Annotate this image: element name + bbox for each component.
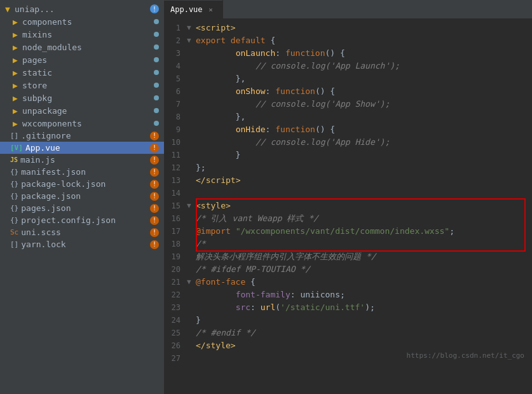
badge-orange: ! <box>150 228 159 237</box>
token-str: "/wxcomponents/vant/dist/common/index.wx… <box>236 226 450 236</box>
token-plain <box>196 137 256 147</box>
line-content: }, <box>196 72 532 85</box>
line-content: } <box>196 314 532 327</box>
token-plain: () { <box>315 86 335 96</box>
sidebar-label: .gitignore <box>21 131 150 140</box>
token-at-rule: @font-face <box>196 277 245 287</box>
sidebar-item-unpackage[interactable]: ▶unpackage <box>0 104 164 117</box>
code-line-6: 6 onShow: function() { <box>164 85 532 98</box>
sidebar-item-mixins[interactable]: ▶mixins <box>0 28 164 41</box>
line-content: onShow: function() { <box>196 85 532 98</box>
token-plain <box>196 125 236 134</box>
code-line-4: 4 // console.log('App Launch'); <box>164 60 532 72</box>
folder-icon: ▶ <box>10 55 20 65</box>
sidebar-item-wxcomponents[interactable]: ▶wxcomponents <box>0 117 164 130</box>
code-line-14: 14 <box>164 187 532 200</box>
line-number: 2 <box>164 34 187 47</box>
file-icon: [] <box>10 240 18 248</box>
sidebar-item-node_modules[interactable]: ▶node_modules <box>0 41 164 53</box>
token-plain: }; <box>196 163 206 172</box>
line-number: 22 <box>164 289 187 301</box>
token-comment: /* <box>196 239 206 248</box>
folder-icon: ▶ <box>10 42 20 52</box>
code-line-8: 8 }, <box>164 111 532 123</box>
file-icon: [] <box>10 132 18 140</box>
badge-orange: ! <box>150 156 159 165</box>
json-file-icon: {} <box>10 204 18 212</box>
sidebar-item-store[interactable]: ▶store <box>0 79 164 92</box>
sidebar-item-subpkg[interactable]: ▶subpkg <box>0 92 164 104</box>
token-kw-tag: style <box>206 341 231 350</box>
sidebar-item-main_js[interactable]: JSmain.js! <box>0 154 164 166</box>
tab-app_vue[interactable]: App.vue× <box>164 1 223 18</box>
folder-icon: ▶ <box>10 118 20 128</box>
folder-icon: ▼ <box>3 4 13 14</box>
token-comment: // console.log('App Hide'); <box>256 137 390 147</box>
folder-icon: ▶ <box>10 80 20 90</box>
sidebar-item-components[interactable]: ▶components <box>0 15 164 28</box>
line-number: 25 <box>164 327 187 339</box>
folder-icon: ▶ <box>10 93 20 103</box>
token-fn: onHide <box>236 125 266 134</box>
code-line-17: 17 @import "/wxcomponents/vant/dist/comm… <box>164 225 532 238</box>
fold-icon[interactable]: ▼ <box>187 200 196 212</box>
fold-icon[interactable]: ▼ <box>187 34 196 47</box>
sidebar-item-pages[interactable]: ▶pages <box>0 53 164 66</box>
token-kw: function <box>285 48 325 58</box>
token-plain <box>310 264 320 274</box>
js-file-icon: JS <box>10 156 18 163</box>
json-file-icon: {} <box>10 180 18 188</box>
line-number: 23 <box>164 301 187 314</box>
line-content: 解决头条小程序组件内引入字体不生效的问题 */ <box>196 250 532 263</box>
line-content: } <box>196 149 532 161</box>
scss-file-icon: Sc <box>10 228 18 236</box>
token-comment: // console.log('App Launch'); <box>256 61 400 71</box>
code-line-20: 20 /* #ifdef MP-TOUTIAO */ <box>164 263 532 276</box>
tab-close-button[interactable]: × <box>207 5 215 14</box>
token-tag-bracket: </ <box>196 175 206 185</box>
sidebar-label: manifest.json <box>21 167 150 177</box>
line-content: // console.log('App Launch'); <box>196 60 532 72</box>
code-line-18: 18 /* <box>164 238 532 250</box>
line-number: 21 <box>164 276 187 289</box>
sidebar-item-gitignore[interactable]: [].gitignore! <box>0 130 164 142</box>
token-tag-bracket: > <box>236 175 241 185</box>
sidebar-item-package_json[interactable]: {}package.json! <box>0 190 164 202</box>
fold-icon[interactable]: ▼ <box>187 276 196 289</box>
sidebar-label: project.config.json <box>21 215 150 225</box>
token-comment: /* #endif */ <box>196 328 256 337</box>
token-plain: : <box>266 125 276 134</box>
token-plain <box>196 290 236 299</box>
line-content: /* #endif */ <box>196 327 532 339</box>
token-plain: : <box>266 86 276 96</box>
token-plain <box>196 302 236 312</box>
badge-orange: ! <box>150 168 159 177</box>
sidebar-item-yarn_lock[interactable]: []yarn.lock! <box>0 238 164 250</box>
sidebar-label: node_modules <box>22 43 154 52</box>
line-number: 6 <box>164 85 187 98</box>
sidebar-item-app_vue[interactable]: [V]App.vue! <box>0 142 164 154</box>
token-plain: : <box>275 48 285 58</box>
line-number: 24 <box>164 314 187 327</box>
sidebar-item-project_config_json[interactable]: {}project.config.json! <box>0 214 164 226</box>
line-content: /* 引入 vant Weapp 样式 */ <box>196 212 532 225</box>
badge-dot <box>154 83 159 88</box>
line-content: </script> <box>196 174 532 187</box>
sidebar-label: package-lock.json <box>21 179 150 189</box>
sidebar-item-package_lock_json[interactable]: {}package-lock.json! <box>0 178 164 190</box>
sidebar-item-static[interactable]: ▶static <box>0 66 164 79</box>
sidebar-item-manifest_json[interactable]: {}manifest.json! <box>0 166 164 178</box>
code-container[interactable]: 1▼<script>2▼export default {3 onLaunch: … <box>164 19 532 394</box>
line-number: 12 <box>164 161 187 174</box>
token-plain: { <box>245 277 256 287</box>
line-content: }, <box>196 111 532 123</box>
badge-dot <box>154 108 159 113</box>
sidebar-root[interactable]: ▼ uniap... ! <box>0 3 164 15</box>
token-comment: // console.log('App Show'); <box>256 99 390 109</box>
sidebar-item-uni_scss[interactable]: Scuni.scss! <box>0 226 164 238</box>
fold-icon[interactable]: ▼ <box>187 22 196 34</box>
json-file-icon: {} <box>10 168 18 176</box>
sidebar-item-pages_json[interactable]: {}pages.json! <box>0 202 164 214</box>
line-content <box>196 187 532 200</box>
line-number: 14 <box>164 187 187 200</box>
